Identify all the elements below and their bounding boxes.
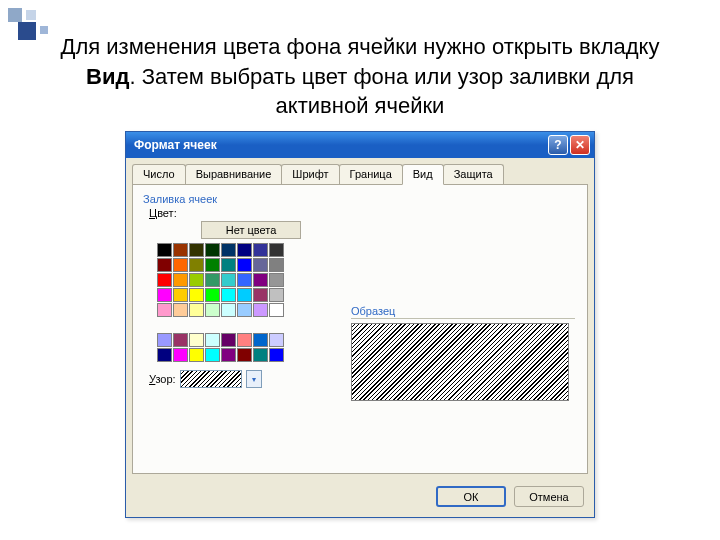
slide-caption: Для изменения цвета фона ячейки нужно от… (0, 0, 720, 131)
no-color-button[interactable]: Нет цвета (201, 221, 301, 239)
color-swatch[interactable] (221, 333, 236, 347)
format-cells-dialog: Формат ячеек ? ✕ ЧислоВыравниваниеШрифтГ… (125, 131, 595, 518)
color-swatch[interactable] (157, 288, 172, 302)
color-swatch[interactable] (269, 258, 284, 272)
color-swatch[interactable] (221, 288, 236, 302)
color-swatch[interactable] (173, 288, 188, 302)
pattern-label: Узор: (149, 373, 176, 385)
help-icon[interactable]: ? (548, 135, 568, 155)
fill-group-label: Заливка ячеек (143, 193, 577, 205)
color-swatch[interactable] (269, 348, 284, 362)
tab-Вид[interactable]: Вид (402, 164, 444, 185)
color-swatch[interactable] (237, 258, 252, 272)
color-swatch[interactable] (205, 303, 220, 317)
color-swatch[interactable] (205, 348, 220, 362)
color-swatch[interactable] (189, 273, 204, 287)
color-swatch[interactable] (237, 243, 252, 257)
color-swatch[interactable] (173, 258, 188, 272)
color-swatch[interactable] (157, 273, 172, 287)
decorative-corner (8, 8, 68, 40)
color-swatch[interactable] (173, 348, 188, 362)
color-swatch[interactable] (189, 258, 204, 272)
color-swatch[interactable] (157, 333, 172, 347)
ok-button[interactable]: ОК (436, 486, 506, 507)
color-swatch[interactable] (269, 243, 284, 257)
color-swatch[interactable] (173, 273, 188, 287)
color-swatch[interactable] (221, 273, 236, 287)
color-label: Цвет: (149, 207, 577, 219)
color-swatch[interactable] (221, 243, 236, 257)
tab-Выравнивание[interactable]: Выравнивание (185, 164, 283, 184)
tab-Граница[interactable]: Граница (339, 164, 403, 184)
color-swatch[interactable] (221, 258, 236, 272)
color-swatch[interactable] (253, 243, 268, 257)
color-swatch[interactable] (253, 333, 268, 347)
color-swatch[interactable] (189, 303, 204, 317)
tab-Число[interactable]: Число (132, 164, 186, 184)
color-swatch[interactable] (205, 243, 220, 257)
color-swatch[interactable] (253, 303, 268, 317)
color-swatch[interactable] (269, 303, 284, 317)
titlebar[interactable]: Формат ячеек ? ✕ (126, 132, 594, 158)
color-swatch[interactable] (221, 348, 236, 362)
color-swatch[interactable] (173, 333, 188, 347)
color-swatch[interactable] (269, 333, 284, 347)
color-swatch[interactable] (205, 273, 220, 287)
color-swatch[interactable] (157, 303, 172, 317)
sample-preview (351, 323, 569, 401)
color-swatch[interactable] (237, 288, 252, 302)
color-swatch[interactable] (269, 288, 284, 302)
color-swatch[interactable] (237, 348, 252, 362)
pattern-dropdown[interactable]: ▾ (246, 370, 262, 388)
tab-Шрифт[interactable]: Шрифт (281, 164, 339, 184)
color-swatch[interactable] (205, 258, 220, 272)
color-swatch[interactable] (253, 288, 268, 302)
pattern-preview (180, 370, 242, 388)
color-swatch[interactable] (173, 243, 188, 257)
dialog-title: Формат ячеек (134, 138, 546, 152)
color-palette-main (157, 243, 284, 317)
color-swatch[interactable] (253, 348, 268, 362)
color-swatch[interactable] (205, 333, 220, 347)
color-swatch[interactable] (157, 348, 172, 362)
color-swatch[interactable] (189, 243, 204, 257)
color-swatch[interactable] (237, 333, 252, 347)
color-swatch[interactable] (189, 288, 204, 302)
color-swatch[interactable] (237, 303, 252, 317)
color-swatch[interactable] (253, 258, 268, 272)
cancel-button[interactable]: Отмена (514, 486, 584, 507)
color-swatch[interactable] (221, 303, 236, 317)
tabs: ЧислоВыравниваниеШрифтГраницаВидЗащита (126, 158, 594, 184)
color-swatch[interactable] (157, 258, 172, 272)
color-swatch[interactable] (269, 273, 284, 287)
sample-label: Образец (351, 305, 575, 319)
tab-panel-fill: Заливка ячеек Цвет: Нет цвета Узор: ▾ Об… (132, 184, 588, 474)
color-swatch[interactable] (205, 288, 220, 302)
color-swatch[interactable] (157, 243, 172, 257)
color-swatch[interactable] (189, 348, 204, 362)
color-palette-extra (157, 333, 284, 362)
color-swatch[interactable] (189, 333, 204, 347)
color-swatch[interactable] (237, 273, 252, 287)
color-swatch[interactable] (173, 303, 188, 317)
tab-Защита[interactable]: Защита (443, 164, 504, 184)
close-icon[interactable]: ✕ (570, 135, 590, 155)
color-swatch[interactable] (253, 273, 268, 287)
